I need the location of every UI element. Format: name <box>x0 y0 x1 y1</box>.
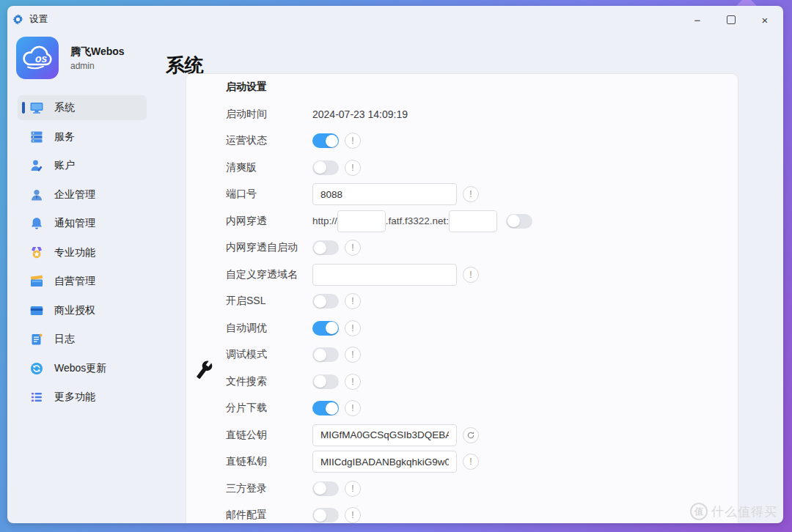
info-icon[interactable]: ! <box>345 374 361 390</box>
gear-icon <box>12 13 24 26</box>
toggle-switch[interactable] <box>312 481 339 496</box>
more-list-icon <box>29 390 44 404</box>
info-icon[interactable]: ! <box>345 293 361 309</box>
sidebar-item-label: 账户 <box>54 159 75 172</box>
settings-row: 内网穿透http://.fatf.f3322.net: <box>226 208 738 235</box>
text-input[interactable] <box>312 451 457 473</box>
toggle-switch[interactable] <box>506 214 532 229</box>
info-icon[interactable]: ! <box>345 400 361 416</box>
settings-row: 开启SSL! <box>226 288 738 315</box>
text-input[interactable] <box>312 183 457 205</box>
setting-label: 调试模式 <box>226 348 312 361</box>
settings-row: 直链私钥! <box>226 448 738 476</box>
text-input[interactable] <box>312 424 457 446</box>
sidebar-item-7[interactable]: 商业授权 <box>18 298 147 323</box>
setting-value: 2024-07-23 14:09:19 <box>312 108 408 120</box>
sidebar-item-0[interactable]: 系统 <box>18 95 147 120</box>
text-input[interactable] <box>312 264 457 286</box>
info-icon[interactable]: ! <box>345 133 361 149</box>
sidebar-nav: 系统服务账户企业管理通知管理专业功能自营管理商业授权日志Webos更新更多功能 <box>18 95 147 414</box>
url-domain: .fatf.f3322.net: <box>386 215 449 226</box>
sidebar-item-label: Webos更新 <box>54 362 106 375</box>
sidebar-item-3[interactable]: 企业管理 <box>18 182 147 207</box>
settings-window: 设置 − × os 腾飞Webos admin 系统服务账户企业管理通知管理专业… <box>7 6 783 523</box>
settings-row: 运营状态! <box>226 128 738 155</box>
settings-row: 启动时间2024-07-23 14:09:19 <box>226 101 738 128</box>
settings-row: 内网穿透自启动! <box>226 234 738 262</box>
wrench-cursor-icon <box>194 359 214 380</box>
settings-row: 直链公钥 <box>226 422 738 449</box>
toggle-switch[interactable] <box>312 374 339 389</box>
sidebar-item-10[interactable]: 更多功能 <box>18 385 147 410</box>
maximize-icon <box>727 15 736 24</box>
setting-label: 运营状态 <box>226 134 312 147</box>
user-role: admin <box>70 61 125 71</box>
refresh-icon[interactable] <box>463 427 479 443</box>
settings-card: 启动设置 启动时间2024-07-23 14:09:19运营状态!清爽版!端口号… <box>186 73 738 523</box>
toggle-switch[interactable] <box>312 508 339 522</box>
sidebar-item-label: 自营管理 <box>54 275 95 288</box>
log-icon <box>29 332 44 347</box>
watermark: 值 什么值得买 <box>690 503 777 520</box>
toggle-switch[interactable] <box>312 321 339 336</box>
user-name: 腾飞Webos <box>70 45 125 59</box>
sidebar-item-1[interactable]: 服务 <box>18 125 147 149</box>
sidebar-item-5[interactable]: 专业功能 <box>18 240 147 265</box>
sidebar-item-label: 服务 <box>54 130 75 144</box>
toggle-switch[interactable] <box>312 160 339 175</box>
sidebar-item-label: 专业功能 <box>54 246 95 259</box>
window-controls: − × <box>681 6 782 34</box>
watermark-badge: 值 <box>690 503 708 520</box>
sidebar-item-label: 商业授权 <box>54 304 95 317</box>
toggle-switch[interactable] <box>312 401 339 415</box>
sidebar-item-9[interactable]: Webos更新 <box>18 356 147 381</box>
minimize-icon: − <box>694 14 701 26</box>
toggle-switch[interactable] <box>312 294 339 309</box>
sidebar-item-4[interactable]: 通知管理 <box>18 211 147 236</box>
section-header-row: 启动设置 <box>226 74 738 101</box>
setting-label: 直链私钥 <box>226 455 312 468</box>
toggle-switch[interactable] <box>312 133 339 148</box>
maximize-button[interactable] <box>714 6 748 34</box>
bell-icon <box>29 216 44 231</box>
info-icon[interactable]: ! <box>345 320 361 336</box>
close-button[interactable]: × <box>748 6 782 34</box>
setting-label: 三方登录 <box>226 482 312 495</box>
cloud-os-icon: os <box>18 39 56 77</box>
sidebar-item-label: 更多功能 <box>54 391 95 404</box>
text-input[interactable] <box>337 210 386 232</box>
info-icon[interactable]: ! <box>463 454 479 470</box>
sidebar-item-2[interactable]: 账户 <box>18 153 147 178</box>
toggle-switch[interactable] <box>312 347 339 362</box>
minimize-button[interactable]: − <box>681 6 714 34</box>
webos-logo: os <box>16 37 59 79</box>
info-icon[interactable]: ! <box>345 240 361 256</box>
section-title: 启动设置 <box>226 81 267 94</box>
sidebar-item-8[interactable]: 日志 <box>18 327 147 352</box>
settings-row: 文件搜索! <box>226 369 738 396</box>
monitor-icon <box>29 100 44 115</box>
text-input[interactable] <box>449 210 497 232</box>
info-icon[interactable]: ! <box>345 507 361 523</box>
sidebar-item-label: 企业管理 <box>54 188 95 202</box>
info-icon[interactable]: ! <box>463 186 479 202</box>
bank-card-icon <box>29 303 44 318</box>
sidebar-item-label: 系统 <box>54 101 75 114</box>
sidebar-item-label: 通知管理 <box>54 217 95 230</box>
setting-label: 开启SSL <box>226 295 312 308</box>
info-icon[interactable]: ! <box>345 347 361 363</box>
info-icon[interactable]: ! <box>345 160 361 176</box>
settings-row: 端口号! <box>226 181 738 208</box>
setting-label: 内网穿透 <box>226 215 312 228</box>
watermark-text: 什么值得买 <box>711 503 777 520</box>
setting-label: 启动时间 <box>226 108 312 121</box>
setting-label: 自动调优 <box>226 322 312 335</box>
account-edit-icon <box>29 158 44 173</box>
settings-row: 自动调优! <box>226 315 738 342</box>
info-icon[interactable]: ! <box>463 267 479 283</box>
toggle-switch[interactable] <box>312 240 339 255</box>
info-icon[interactable]: ! <box>345 481 361 497</box>
setting-label: 清爽版 <box>226 161 312 174</box>
user-block: os 腾飞Webos admin <box>16 37 125 79</box>
sidebar-item-6[interactable]: 自营管理 <box>18 269 147 294</box>
